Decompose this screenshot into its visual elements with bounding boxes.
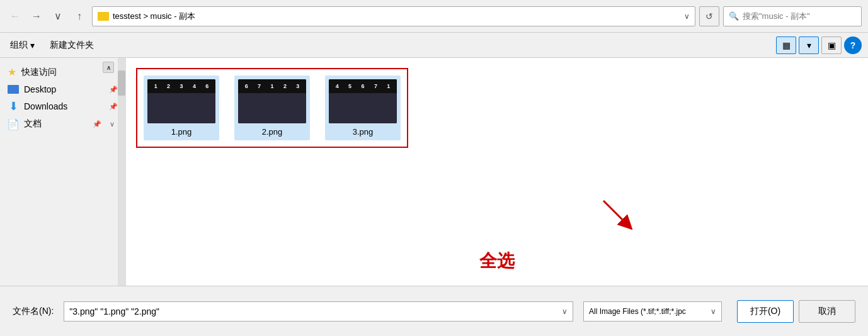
filename-dropdown-icon[interactable]: ∨ bbox=[562, 307, 568, 316]
recent-button[interactable]: ∨ bbox=[49, 8, 67, 25]
svg-line-1 bbox=[603, 201, 627, 225]
file-thumbnail-1: 1 2 3 4 6 bbox=[147, 79, 215, 123]
address-path: tesstest > music - 副本 bbox=[113, 11, 680, 22]
sidebar-documents-label: 文档 bbox=[24, 118, 42, 130]
back-button[interactable]: ← bbox=[6, 8, 24, 25]
view-icon: ▦ bbox=[782, 40, 791, 50]
pane-icon: ▣ bbox=[828, 40, 836, 50]
file-1-label: 1.png bbox=[171, 127, 192, 137]
address-bar[interactable]: tesstest > music - 副本 ∨ bbox=[92, 6, 695, 26]
folder-icon bbox=[98, 12, 109, 21]
view-arrow-button[interactable]: ▾ bbox=[799, 36, 819, 54]
filetype-dropdown-icon[interactable]: ∨ bbox=[711, 307, 716, 316]
filetype-select[interactable]: All Image Files (*.tif;*.tiff;*.jpc ∨ bbox=[583, 301, 722, 322]
select-all-label: 全选 bbox=[479, 249, 515, 273]
pane-toggle-button[interactable]: ▣ bbox=[821, 36, 842, 54]
title-bar: ← → ∨ ↑ tesstest > music - 副本 ∨ ↺ 🔍 bbox=[0, 0, 868, 33]
help-button[interactable]: ? bbox=[844, 36, 862, 54]
new-folder-button[interactable]: 新建文件夹 bbox=[46, 37, 98, 53]
view-toggle-button[interactable]: ▦ bbox=[776, 36, 796, 54]
sidebar-item-desktop[interactable]: Desktop 📌 bbox=[0, 81, 125, 98]
filetype-value: All Image Files (*.tif;*.tiff;*.jpc bbox=[589, 307, 708, 316]
refresh-icon: ↺ bbox=[705, 11, 713, 21]
file-item-2[interactable]: 6 7 1 2 3 2.png bbox=[234, 76, 310, 140]
file-3-label: 3.png bbox=[353, 127, 374, 137]
file-thumbnail-3: 4 5 6 7 1 bbox=[329, 79, 397, 123]
main-layout: ∧ ★ 快速访问 Desktop 📌 ⬇ Downloads 📌 📄 文档 📌 … bbox=[0, 58, 868, 286]
forward-button[interactable]: → bbox=[28, 8, 45, 25]
star-icon: ★ bbox=[8, 66, 16, 78]
file-area[interactable]: 1 2 3 4 6 1.png 6 bbox=[126, 58, 868, 286]
selection-box: 1 2 3 4 6 1.png 6 bbox=[136, 68, 408, 148]
filename-input-container[interactable]: "3.png" "1.png" "2.png" ∨ bbox=[64, 301, 573, 322]
sidebar-item-downloads[interactable]: ⬇ Downloads 📌 bbox=[0, 98, 125, 115]
organize-arrow-icon: ▾ bbox=[30, 40, 35, 50]
file-item-3[interactable]: 4 5 6 7 1 3.png bbox=[325, 76, 401, 140]
sidebar-downloads-label: Downloads bbox=[24, 101, 67, 111]
file-2-label: 2.png bbox=[262, 127, 283, 137]
organize-label: 组织 bbox=[10, 40, 28, 51]
sidebar-scrollbar[interactable] bbox=[118, 58, 125, 286]
search-icon: 🔍 bbox=[729, 11, 739, 21]
new-folder-label: 新建文件夹 bbox=[50, 40, 94, 51]
file-thumbnail-2: 6 7 1 2 3 bbox=[238, 79, 306, 123]
scroll-up-button[interactable]: ∧ bbox=[103, 62, 114, 73]
address-dropdown[interactable]: ∨ bbox=[684, 12, 690, 21]
refresh-button[interactable]: ↺ bbox=[699, 6, 719, 26]
documents-pin-icon: 📌 bbox=[93, 120, 101, 128]
desktop-pin-icon: 📌 bbox=[109, 86, 118, 94]
sidebar: ∧ ★ 快速访问 Desktop 📌 ⬇ Downloads 📌 📄 文档 📌 … bbox=[0, 58, 126, 286]
file-item-1[interactable]: 1 2 3 4 6 1.png bbox=[144, 76, 219, 140]
organize-button[interactable]: 组织 ▾ bbox=[6, 37, 38, 53]
open-button[interactable]: 打开(O) bbox=[737, 300, 794, 323]
downloads-pin-icon: 📌 bbox=[109, 103, 118, 111]
bottom-buttons: 打开(O) 取消 bbox=[737, 300, 855, 323]
search-input[interactable] bbox=[743, 11, 856, 21]
sidebar-desktop-label: Desktop bbox=[24, 84, 56, 94]
filename-value: "3.png" "1.png" "2.png" bbox=[69, 306, 562, 316]
quick-access-label: 快速访问 bbox=[21, 67, 57, 78]
filename-label: 文件名(N): bbox=[13, 306, 54, 317]
up-button[interactable]: ↑ bbox=[71, 8, 88, 25]
toolbar-right: ▦ ▾ ▣ ? bbox=[776, 36, 862, 54]
view-dropdown-icon: ▾ bbox=[807, 40, 811, 50]
documents-icon: 📄 bbox=[8, 118, 19, 130]
toolbar: 组织 ▾ 新建文件夹 ▦ ▾ ▣ ? bbox=[0, 33, 868, 58]
documents-expand-icon: ∨ bbox=[106, 118, 118, 130]
help-label: ? bbox=[850, 40, 856, 50]
red-arrow bbox=[597, 194, 635, 234]
search-bar[interactable]: 🔍 bbox=[723, 6, 862, 26]
bottom-bar: 文件名(N): "3.png" "1.png" "2.png" ∨ All Im… bbox=[0, 286, 868, 336]
scrollbar-thumb[interactable] bbox=[118, 70, 125, 96]
sidebar-item-documents[interactable]: 📄 文档 📌 ∨ bbox=[0, 115, 125, 133]
downloads-icon: ⬇ bbox=[8, 101, 19, 112]
desktop-icon bbox=[8, 85, 19, 94]
cancel-button[interactable]: 取消 bbox=[799, 300, 855, 323]
